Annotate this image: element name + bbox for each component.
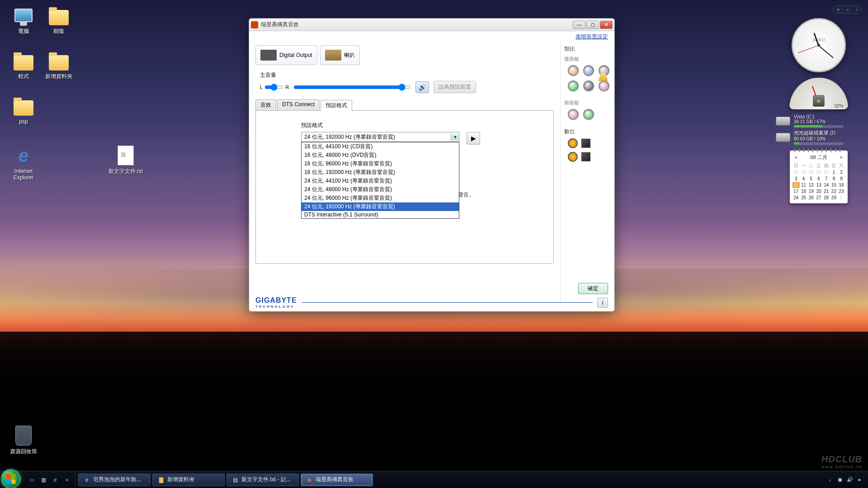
calendar-day[interactable]: 28 [800, 169, 807, 175]
format-option[interactable]: 16 位元, 44100 Hz (CD音質) [302, 142, 459, 151]
calendar-day[interactable]: 2 [838, 169, 845, 175]
advanced-settings-link[interactable]: 進階裝置設定 [576, 33, 608, 40]
desktop-icon-computer[interactable]: 電腦 [6, 5, 41, 34]
spdif-coax-in[interactable] [568, 152, 578, 162]
calendar-day[interactable]: 24 [793, 195, 800, 201]
calendar-day[interactable]: 31 [823, 169, 830, 175]
calendar-day[interactable]: 6 [815, 176, 822, 182]
format-option[interactable]: DTS Interactive (5.1 Surround) [302, 211, 459, 218]
set-default-button[interactable]: 設為預設裝置 [434, 81, 476, 93]
clock-gadget[interactable]: SEIKO [792, 18, 846, 72]
device-tab-digital[interactable]: Digital Output [255, 45, 317, 65]
taskbar-task[interactable]: e宅男泡泡的新年敗... [78, 474, 151, 486]
desktop-icon-recycle[interactable]: 資源回收筒 [6, 425, 41, 455]
calendar-gadget[interactable]: ◂ 08 二月 ▸ 日一二三四五六27282930311234567891011… [790, 150, 848, 203]
calendar-day[interactable]: 18 [800, 188, 807, 194]
tab-format[interactable]: 預設格式 [321, 100, 352, 111]
device-tab-speakers[interactable]: 喇叭 [320, 45, 360, 65]
format-option[interactable]: 16 位元, 48000 Hz (DVD音質) [302, 151, 459, 160]
calendar-day[interactable]: 26 [807, 195, 815, 201]
show-desktop-button[interactable]: ▭ [26, 474, 37, 486]
calendar-day[interactable]: 23 [838, 188, 845, 194]
calendar-day[interactable]: 11 [800, 182, 807, 188]
calendar-day[interactable]: 29 [807, 169, 815, 175]
sidebar-toggle[interactable]: +‹› [833, 5, 862, 14]
calendar-day[interactable]: 13 [815, 182, 822, 188]
audio-jack[interactable] [599, 80, 609, 91]
tray-more[interactable]: ▸ [856, 476, 863, 483]
main-volume-slider[interactable] [293, 84, 411, 91]
calendar-day[interactable]: 29 [830, 195, 838, 201]
cpu-meter-gadget[interactable]: ▦ 02% [789, 78, 848, 109]
info-button[interactable]: i [597, 298, 608, 308]
balance-slider[interactable] [264, 84, 283, 91]
drive-gadget[interactable]: Vista (C:)39.21 GB / 57% [776, 114, 862, 128]
calendar-day[interactable]: 20 [815, 188, 822, 194]
calendar-day[interactable]: 10 [793, 182, 800, 188]
tray-network-icon[interactable]: ▣ [836, 476, 844, 483]
close-button[interactable]: ✕ [600, 21, 613, 29]
format-option[interactable]: 16 位元, 192000 Hz (專業錄音室音質) [302, 168, 459, 177]
calendar-day[interactable]: 3 [793, 176, 800, 182]
format-option[interactable]: 16 位元, 96000 Hz (專業錄音室音質) [302, 160, 459, 168]
taskbar-task[interactable]: ◉瑞昱高傳真音效 [301, 474, 373, 486]
calendar-day[interactable]: 30 [815, 169, 822, 175]
desktop-icon-ie[interactable]: eInternet Explorer [6, 145, 41, 181]
mute-button[interactable]: 🔊 [415, 81, 429, 93]
calendar-day[interactable]: 22 [830, 188, 838, 194]
desktop-icon-newtxt[interactable]: 新文字文件.txt [108, 145, 143, 174]
calendar-day[interactable]: 1 [838, 195, 845, 201]
spdif-optical-in[interactable] [581, 152, 590, 161]
drive-gadget[interactable]: 泡泡超級檔案庫 (D:90.63 GB / 10% [776, 130, 862, 145]
calendar-day[interactable]: 9 [838, 176, 845, 182]
format-option[interactable]: 24 位元, 48000 Hz (專業錄音室音質) [302, 185, 459, 194]
calendar-day[interactable]: 15 [830, 182, 838, 188]
audio-jack[interactable] [568, 65, 579, 76]
audio-jack[interactable] [568, 80, 579, 91]
audio-jack[interactable] [568, 109, 579, 120]
ie-quicklaunch[interactable]: e [50, 474, 61, 486]
taskbar-task[interactable]: ▤新文字文件.txt - 記... [226, 474, 299, 486]
calendar-day[interactable]: 21 [823, 188, 830, 194]
calendar-day[interactable]: 1 [830, 169, 838, 175]
calendar-day[interactable]: 4 [800, 176, 807, 182]
test-format-button[interactable]: ▶ [467, 132, 480, 145]
calendar-day[interactable]: 8 [830, 176, 838, 182]
desktop-icon-newfolder[interactable]: 新增資料夾 [42, 50, 76, 80]
quicklaunch-more[interactable]: » [61, 474, 72, 486]
tab-dts[interactable]: DTS Connect [277, 99, 320, 110]
cal-prev[interactable]: ◂ [794, 154, 797, 161]
titlebar[interactable]: 瑞昱高傳真音效 — ▢ ✕ [249, 19, 614, 31]
calendar-day[interactable]: 14 [823, 182, 830, 188]
calendar-day[interactable]: 27 [793, 169, 800, 175]
tab-effects[interactable]: 音效 [255, 99, 276, 110]
format-option[interactable]: 24 位元, 96000 Hz (專業錄音室音質) [302, 194, 459, 202]
audio-jack[interactable] [583, 80, 594, 91]
spdif-coax-out[interactable] [568, 138, 578, 148]
ok-button[interactable]: 確定 [578, 283, 608, 294]
start-button[interactable] [1, 469, 21, 488]
calendar-day[interactable]: 19 [807, 188, 815, 194]
desktop-icon-psp[interactable]: psp [6, 95, 41, 125]
minimize-button[interactable]: — [573, 21, 585, 29]
format-option[interactable]: 24 位元, 192000 Hz (專業錄音室音質) [302, 202, 459, 211]
format-combobox[interactable]: 24 位元, 192000 Hz (專業錄音室音質) ▾ 16 位元, 4410… [301, 132, 459, 142]
switch-windows-button[interactable]: ▦ [38, 474, 49, 486]
audio-jack[interactable] [583, 65, 594, 76]
calendar-day[interactable]: 28 [823, 195, 830, 201]
calendar-day[interactable]: 5 [807, 176, 815, 182]
spdif-optical-out[interactable] [581, 139, 590, 148]
calendar-day[interactable]: 16 [838, 182, 845, 188]
format-option[interactable]: 24 位元, 44100 Hz (專業錄音室音質) [302, 177, 459, 185]
calendar-day[interactable]: 27 [815, 195, 822, 201]
calendar-day[interactable]: 12 [807, 182, 815, 188]
audio-jack[interactable] [583, 109, 594, 120]
calendar-day[interactable]: 25 [800, 195, 807, 201]
calendar-day[interactable]: 17 [793, 188, 800, 194]
desktop-icon-programs[interactable]: 程式 [6, 50, 41, 80]
taskbar-task[interactable]: ▇新增資料夾 [152, 474, 225, 486]
desktop-icon-shunlong[interactable]: 順隆 [42, 5, 76, 34]
cal-next[interactable]: ▸ [840, 154, 843, 161]
tray-volume-icon[interactable]: 🔊 [846, 476, 854, 483]
tray-expand[interactable]: ‹ [826, 476, 834, 483]
